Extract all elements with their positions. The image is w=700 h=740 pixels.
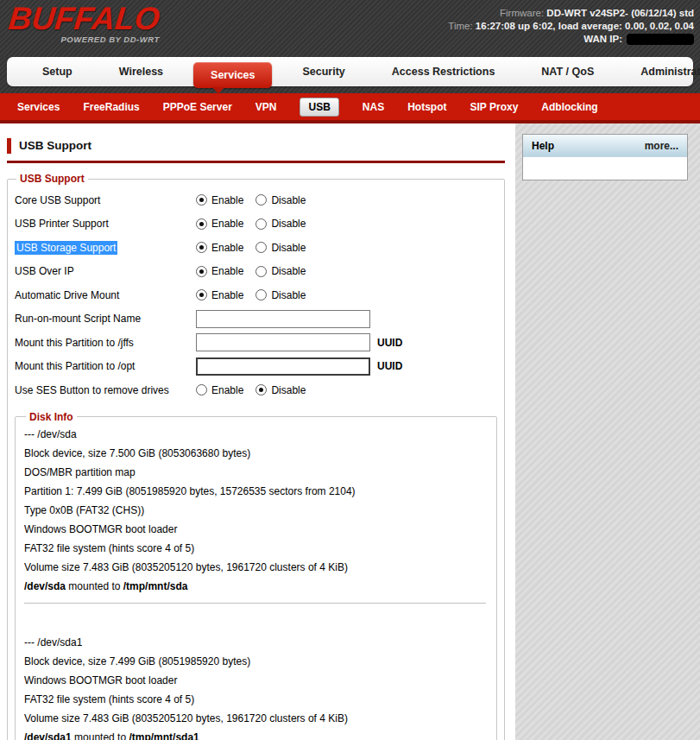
disk-line: Windows BOOTMGR boot loader — [24, 671, 489, 690]
time-label: Time: — [448, 21, 472, 31]
disable-label[interactable]: Disable — [271, 289, 306, 301]
run-on-mount-script-input[interactable] — [196, 310, 370, 328]
ses-button-row: Use SES Button to remove drives Enable D… — [15, 378, 497, 402]
disable-label[interactable]: Disable — [271, 265, 306, 277]
disk-line: Block device, size 7.500 GiB (8053063680… — [24, 444, 489, 463]
enable-label[interactable]: Enable — [211, 218, 243, 230]
subtab-vpn[interactable]: VPN — [255, 101, 277, 113]
disk-line: Partition 1: 7.499 GiB (8051985920 bytes… — [24, 482, 489, 501]
main-nav-wrap: Setup Wireless Services Security Access … — [0, 57, 700, 93]
disk-line: Volume size 7.483 GiB (8035205120 bytes,… — [24, 558, 489, 577]
enable-label[interactable]: Enable — [211, 289, 243, 301]
ses-disable-radio[interactable] — [255, 384, 267, 395]
tab-services[interactable]: Services — [193, 62, 272, 88]
run-on-mount-script-row: Run-on-mount Script Name — [15, 307, 497, 332]
page-title: USB Support — [7, 138, 505, 154]
automatic-drive-mount-row: Automatic Drive Mount Enable Disable — [15, 283, 497, 307]
disk-separator — [24, 603, 486, 604]
disk-line: DOS/MBR partition map — [24, 463, 489, 482]
core-usb-disable-radio[interactable] — [255, 194, 267, 206]
disk-line: Type 0x0B (FAT32 (CHS)) — [24, 501, 489, 520]
services-sub-nav: Services FreeRadius PPPoE Server VPN USB… — [0, 93, 700, 123]
mounted-device: /dev/sda — [24, 580, 66, 592]
time-value: 16:27:08 up 6:02, load average: 0.00, 0.… — [476, 21, 694, 31]
disk-line: --- /dev/sda1 — [24, 633, 489, 652]
main-content: USB Support USB Support Core USB Support… — [0, 123, 515, 740]
disable-label[interactable]: Disable — [271, 384, 306, 396]
tab-access-restrictions[interactable]: Access Restrictions — [369, 66, 519, 78]
mounted-text: mounted to — [66, 580, 123, 592]
buffalo-logo: BUFFALO POWERED BY DD-WRT — [9, 2, 160, 44]
enable-label[interactable]: Enable — [211, 242, 243, 254]
tab-setup[interactable]: Setup — [19, 66, 96, 78]
usb-storage-enable-radio[interactable] — [196, 242, 207, 253]
mount-point: /tmp/mnt/sda1 — [129, 731, 199, 740]
usb-storage-support-row: USB Storage Support Enable Disable — [15, 236, 497, 260]
usb-printer-disable-radio[interactable] — [255, 218, 267, 230]
mount-partition-opt-row: Mount this Partition to /opt UUID — [15, 355, 497, 379]
automatic-drive-mount-label: Automatic Drive Mount — [15, 289, 196, 301]
disk-info-fieldset: Disk Info --- /dev/sda Block device, siz… — [15, 411, 497, 740]
time-line: Time: 16:27:08 up 6:02, load average: 0.… — [448, 20, 694, 33]
ses-button-label: Use SES Button to remove drives — [15, 384, 196, 396]
dd-wrt-admin-page: BUFFALO POWERED BY DD-WRT Firmware: DD-W… — [0, 0, 700, 740]
page-header: BUFFALO POWERED BY DD-WRT Firmware: DD-W… — [0, 0, 700, 57]
subtab-services[interactable]: Services — [17, 101, 60, 113]
ses-enable-radio[interactable] — [196, 384, 207, 395]
enable-label[interactable]: Enable — [211, 265, 243, 277]
auto-mount-disable-radio[interactable] — [255, 289, 267, 300]
subtab-adblocking[interactable]: Adblocking — [541, 101, 597, 113]
mount-partition-jffs-input[interactable] — [196, 333, 370, 351]
usb-storage-support-label: USB Storage Support — [15, 242, 196, 254]
wan-ip-line: WAN IP: — [448, 33, 694, 46]
usb-over-ip-enable-radio[interactable] — [196, 266, 207, 277]
disk-line: Windows BOOTMGR boot loader — [24, 520, 489, 539]
uuid-label: UUID — [377, 360, 402, 372]
firmware-label: Firmware: — [500, 8, 544, 18]
mount-partition-jffs-label: Mount this Partition to /jffs — [15, 337, 196, 349]
core-usb-enable-radio[interactable] — [196, 194, 207, 206]
tab-administration[interactable]: Administration — [617, 66, 700, 78]
help-more-link[interactable]: more... — [645, 140, 678, 152]
disk-mounted-line: /dev/sda1 mounted to /tmp/mnt/sda1 — [24, 728, 489, 740]
page-body: USB Support USB Support Core USB Support… — [0, 123, 700, 740]
mounted-text: mounted to — [72, 731, 129, 740]
disk-line: --- /dev/sda — [24, 425, 489, 444]
usb-over-ip-row: USB Over IP Enable Disable — [15, 260, 497, 284]
help-box-header: Help more... — [523, 135, 687, 157]
subtab-nas[interactable]: NAS — [363, 101, 384, 113]
mount-partition-jffs-row: Mount this Partition to /jffs UUID — [15, 331, 497, 355]
usb-printer-enable-radio[interactable] — [196, 218, 207, 230]
enable-label[interactable]: Enable — [211, 384, 243, 396]
subtab-hotspot[interactable]: Hotspot — [407, 101, 446, 113]
disable-label[interactable]: Disable — [271, 194, 306, 206]
usb-storage-disable-radio[interactable] — [255, 242, 267, 253]
subtab-pppoe-server[interactable]: PPPoE Server — [163, 101, 232, 113]
disk-mounted-line: /dev/sda mounted to /tmp/mnt/sda — [24, 577, 489, 596]
subtab-freeradius[interactable]: FreeRadius — [83, 101, 139, 113]
disk-line: FAT32 file system (hints score 4 of 5) — [24, 690, 489, 709]
auto-mount-enable-radio[interactable] — [196, 289, 207, 300]
tab-security[interactable]: Security — [279, 66, 368, 78]
disk-line: Volume size 7.483 GiB (8035205120 bytes,… — [24, 709, 489, 728]
tab-nat-qos[interactable]: NAT / QoS — [518, 66, 617, 78]
disk-info-legend: Disk Info — [26, 411, 77, 423]
usb-over-ip-disable-radio[interactable] — [255, 266, 267, 277]
wan-ip-redacted-value — [627, 34, 694, 45]
disable-label[interactable]: Disable — [271, 218, 306, 230]
mount-partition-opt-label: Mount this Partition to /opt — [15, 360, 196, 372]
router-status-info: Firmware: DD-WRT v24SP2- (06/12/14) std … — [448, 7, 694, 46]
mount-partition-opt-input[interactable] — [196, 357, 370, 376]
usb-printer-support-label: USB Printer Support — [15, 218, 196, 230]
title-divider — [7, 161, 505, 163]
right-sidebar: Help more... — [515, 123, 700, 740]
subtab-sip-proxy[interactable]: SIP Proxy — [470, 101, 519, 113]
subtab-usb[interactable]: USB — [300, 98, 338, 117]
enable-label[interactable]: Enable — [211, 194, 243, 206]
help-box: Help more... — [522, 134, 688, 180]
mounted-device: /dev/sda1 — [24, 731, 72, 740]
uuid-label: UUID — [377, 337, 402, 349]
core-usb-support-label: Core USB Support — [15, 194, 196, 206]
disable-label[interactable]: Disable — [271, 242, 306, 254]
tab-wireless[interactable]: Wireless — [96, 66, 186, 78]
